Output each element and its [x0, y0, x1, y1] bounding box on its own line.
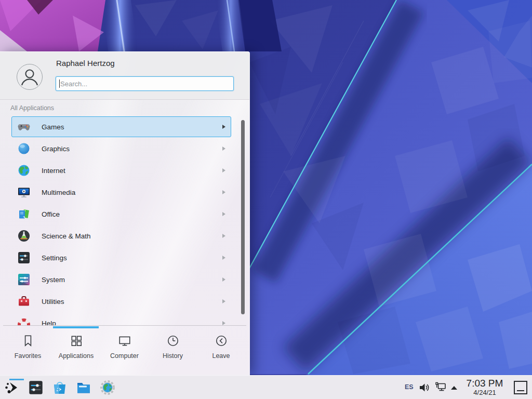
menu-item-graphics[interactable]: Graphics	[11, 138, 231, 159]
show-desktop-button[interactable]	[514, 381, 527, 394]
clock-date: 4/24/21	[461, 389, 508, 396]
menu-item-internet[interactable]: Internet	[11, 160, 231, 181]
submenu-arrow-icon	[222, 212, 225, 216]
list-scrollbar[interactable]	[241, 120, 245, 314]
volume-tray-item[interactable]	[418, 382, 430, 393]
submenu-arrow-icon	[222, 190, 225, 194]
utilities-toolbox-icon	[17, 295, 31, 308]
leave-icon	[215, 334, 228, 348]
menu-item-label: Graphics	[42, 145, 70, 153]
menu-item-multimedia[interactable]: Multimedia	[11, 182, 231, 203]
menu-item-label: Multimedia	[42, 189, 75, 196]
menu-item-settings[interactable]: Settings	[11, 247, 231, 268]
submenu-arrow-icon	[222, 277, 225, 282]
submenu-arrow-icon	[222, 168, 225, 172]
file-manager-launcher[interactable]	[75, 379, 92, 396]
tab-label: History	[163, 352, 183, 360]
menu-item-system[interactable]: System	[11, 269, 231, 290]
volume-icon	[418, 382, 430, 393]
file-manager-icon	[76, 380, 91, 395]
network-tray-item[interactable]	[434, 381, 447, 394]
menu-item-label: Help	[42, 320, 56, 326]
desktop-screen: Raphael Hertzog Search... All Applicatio…	[0, 0, 532, 399]
tab-label: Computer	[110, 352, 139, 360]
menu-item-office[interactable]: Office	[11, 204, 231, 224]
office-documents-icon	[17, 207, 31, 221]
science-flask-icon	[17, 229, 31, 243]
network-icon	[434, 381, 447, 394]
expand-tray-button[interactable]	[450, 385, 458, 390]
app-launcher-button[interactable]	[4, 379, 21, 396]
taskbar-panel: ES 7:03 PM 4/24/21	[0, 375, 532, 399]
menu-item-utilities[interactable]: Utilities	[11, 291, 231, 312]
menu-item-label: Settings	[42, 254, 67, 262]
multimedia-monitor-icon	[17, 185, 31, 199]
user-avatar[interactable]	[17, 64, 43, 90]
clock-icon	[166, 334, 180, 348]
clock-time: 7:03 PM	[461, 378, 508, 389]
menu-item-games[interactable]: Games	[11, 116, 231, 137]
gamepad-icon	[17, 120, 31, 134]
application-launcher-menu: Raphael Hertzog Search... All Applicatio…	[0, 51, 250, 375]
show-desktop-glyph	[517, 390, 524, 391]
active-tab-indicator	[53, 326, 99, 328]
digital-clock[interactable]: 7:03 PM 4/24/21	[461, 378, 508, 396]
menu-item-label: Office	[42, 210, 60, 218]
section-label: All Applications	[10, 104, 54, 112]
system-sliders-icon	[17, 273, 31, 286]
menu-item-science-math[interactable]: Science & Math	[11, 225, 231, 246]
tab-history[interactable]: History	[149, 334, 197, 366]
discover-icon	[52, 380, 68, 395]
system-settings-icon	[28, 380, 44, 395]
tab-label: Leave	[212, 352, 230, 360]
bookmark-icon	[21, 334, 35, 348]
menu-item-label: Utilities	[42, 298, 64, 305]
tab-label: Applications	[59, 352, 94, 360]
submenu-arrow-icon	[222, 299, 225, 303]
search-placeholder: Search...	[60, 80, 87, 88]
globe-icon	[17, 164, 31, 177]
user-name: Raphael Hertzog	[56, 59, 115, 68]
tab-applications[interactable]: Applications	[52, 334, 100, 366]
submenu-arrow-icon	[222, 234, 225, 238]
tab-computer[interactable]: Computer	[100, 334, 149, 366]
monitor-icon	[118, 334, 131, 348]
menu-item-label: Science & Math	[42, 232, 91, 240]
system-settings-launcher[interactable]	[28, 379, 44, 396]
graphics-ball-icon	[17, 142, 31, 155]
web-browser-icon	[100, 380, 115, 395]
text-caret	[59, 79, 60, 88]
web-browser-launcher[interactable]	[99, 379, 116, 396]
grid-icon	[70, 334, 83, 348]
menu-item-label: Internet	[42, 167, 65, 175]
application-category-list: Games Graphics	[0, 116, 249, 325]
submenu-arrow-icon	[222, 256, 225, 260]
menu-item-help[interactable]: Help	[11, 313, 231, 325]
caret-up-icon	[450, 385, 458, 390]
tab-favorites[interactable]: Favorites	[4, 334, 52, 366]
menu-item-label: System	[42, 276, 65, 284]
user-icon	[17, 64, 42, 89]
tab-label: Favorites	[15, 352, 41, 360]
submenu-arrow-icon	[222, 147, 225, 151]
active-task-indicator	[9, 379, 24, 380]
keyboard-layout-indicator[interactable]: ES	[405, 383, 414, 391]
submenu-arrow-icon	[222, 321, 225, 325]
search-input[interactable]: Search...	[56, 76, 234, 91]
help-lifebuoy-icon	[17, 316, 31, 325]
menu-item-label: Games	[42, 123, 64, 131]
tab-leave[interactable]: Leave	[197, 334, 245, 366]
settings-sliders-icon	[17, 251, 31, 264]
footer-separator	[3, 325, 246, 326]
kde-launcher-icon	[5, 380, 20, 395]
launcher-tabbar: Favorites Applications Computer	[4, 334, 246, 366]
launcher-header: Raphael Hertzog Search...	[0, 52, 249, 100]
submenu-arrow-icon	[222, 125, 225, 129]
discover-launcher[interactable]	[51, 379, 68, 396]
